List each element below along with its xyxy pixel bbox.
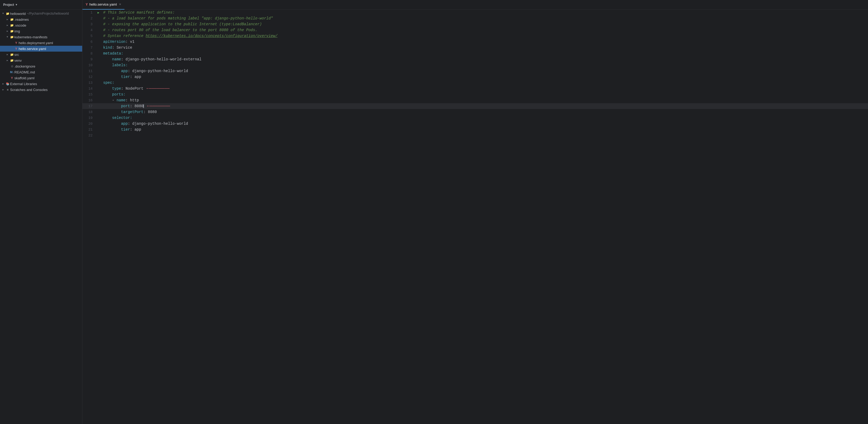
code-line-12: 12 tier: app bbox=[83, 74, 868, 80]
code-text: name: django-python-hello-world-external bbox=[101, 56, 202, 62]
code-line-7: 7kind: Service bbox=[83, 45, 868, 51]
code-text: metadata: bbox=[101, 51, 123, 56]
line-number: 17 bbox=[83, 104, 96, 108]
arrow-annotation: ←———————— bbox=[147, 103, 170, 109]
line-number: 13 bbox=[83, 81, 96, 85]
folder-icon: 📁 bbox=[9, 18, 14, 21]
arrow-icon: ► bbox=[2, 11, 4, 16]
yaml-icon: Y bbox=[14, 47, 19, 50]
code-text: - name: http bbox=[101, 97, 139, 103]
folder-icon: 📁 bbox=[9, 35, 14, 39]
yaml-icon: Y bbox=[14, 41, 19, 44]
code-line-3: 3# - exposing the application to the pub… bbox=[83, 21, 868, 27]
code-line-21: 21 tier: app bbox=[83, 127, 868, 132]
sidebar-item-readme[interactable]: M↓README.md bbox=[0, 69, 82, 75]
line-number: 10 bbox=[83, 63, 96, 67]
code-line-19: 19 selector: bbox=[83, 115, 868, 121]
line-number: 8 bbox=[83, 52, 96, 56]
item-label: helloworld bbox=[10, 12, 26, 16]
code-text: type: NodePort←———————— bbox=[101, 86, 170, 91]
code-line-10: 10 labels: bbox=[83, 62, 868, 68]
sidebar-item-hello-deployment[interactable]: Yhello.deployment.yaml bbox=[0, 40, 82, 46]
active-tab[interactable]: Y hello.service.yaml ✕ bbox=[83, 0, 124, 9]
sidebar-item-readmes[interactable]: ►📁.readmes bbox=[0, 17, 82, 22]
item-label: kubernetes-manifests bbox=[14, 35, 47, 39]
code-text: app: django-python-hello-world bbox=[101, 121, 188, 127]
line-number: 5 bbox=[83, 34, 96, 38]
code-line-15: 15 ports: bbox=[83, 91, 868, 97]
item-label: hello.service.yaml bbox=[19, 47, 46, 51]
code-text: # - routes port 80 of the load balancer … bbox=[101, 27, 257, 33]
code-line-14: 14 type: NodePort←———————— bbox=[83, 86, 868, 91]
line-number: 11 bbox=[83, 69, 96, 73]
code-text: # - exposing the application to the publ… bbox=[101, 21, 262, 27]
yaml-icon: Y bbox=[9, 77, 14, 80]
sidebar-item-dockerignore[interactable]: ⊘.dockerignore bbox=[0, 63, 82, 69]
code-line-9: 9 name: django-python-hello-world-extern… bbox=[83, 56, 868, 62]
line-number: 15 bbox=[83, 93, 96, 96]
sidebar-item-helloworld[interactable]: ►📁helloworld~/PycharmProjects/helloworld bbox=[0, 11, 82, 17]
line-number: 9 bbox=[83, 57, 96, 61]
app-container: Project ▾ ►📁helloworld~/PycharmProjects/… bbox=[0, 0, 868, 424]
sidebar-item-hello-service[interactable]: Yhello.service.yaml bbox=[0, 46, 82, 52]
tab-close-button[interactable]: ✕ bbox=[119, 3, 121, 6]
line-number: 14 bbox=[83, 87, 96, 91]
code-text: apiVersion: v1 bbox=[101, 39, 134, 45]
code-text: # - a load balancer for pods matching la… bbox=[101, 16, 273, 21]
arrow-icon: ► bbox=[5, 53, 9, 56]
chevron-down-icon: ▾ bbox=[16, 3, 17, 6]
item-label: README.md bbox=[14, 70, 35, 74]
dockerignore-icon: ⊘ bbox=[9, 65, 14, 68]
folder-icon: 📁 bbox=[9, 24, 14, 27]
sidebar-item-external-libraries[interactable]: ►📚External Libraries bbox=[0, 81, 82, 87]
arrow-icon: ► bbox=[5, 30, 9, 32]
code-text: ports: bbox=[101, 91, 126, 97]
main-area: Project ▾ ►📁helloworld~/PycharmProjects/… bbox=[0, 0, 868, 424]
scratches-icon: ≡ bbox=[5, 88, 10, 91]
item-label: Scratches and Consoles bbox=[10, 88, 48, 92]
sidebar-item-img[interactable]: ►📁img bbox=[0, 28, 82, 34]
line-number: 22 bbox=[83, 133, 96, 138]
code-line-13: 13spec: bbox=[83, 80, 868, 86]
item-label: skaffold.yaml bbox=[14, 76, 35, 80]
markdown-icon: M↓ bbox=[9, 70, 14, 74]
sidebar-item-src[interactable]: ►📁src bbox=[0, 52, 82, 57]
arrow-icon: ► bbox=[5, 24, 9, 27]
code-line-18: 18 targetPort: 8080 bbox=[83, 109, 868, 115]
code-line-22: 22 bbox=[83, 132, 868, 138]
library-icon: 📚 bbox=[5, 82, 10, 86]
code-line-2: 2# - a load balancer for pods matching l… bbox=[83, 16, 868, 21]
sidebar-item-skaffold[interactable]: Yskaffold.yaml bbox=[0, 75, 82, 81]
arrow-icon: ► bbox=[6, 35, 9, 39]
item-label: .dockerignore bbox=[14, 64, 35, 68]
code-text: kind: Service bbox=[101, 45, 132, 51]
sidebar-tree[interactable]: ►📁helloworld~/PycharmProjects/helloworld… bbox=[0, 9, 82, 424]
line-number: 19 bbox=[83, 116, 96, 120]
sidebar: Project ▾ ►📁helloworld~/PycharmProjects/… bbox=[0, 0, 83, 424]
sidebar-item-scratches[interactable]: ►≡Scratches and Consoles bbox=[0, 87, 82, 93]
arrow-icon: ► bbox=[1, 83, 5, 85]
sidebar-item-venv[interactable]: ►📁venv bbox=[0, 57, 82, 63]
line-number: 20 bbox=[83, 122, 96, 126]
arrow-icon: ► bbox=[1, 88, 5, 91]
item-label: src bbox=[14, 53, 19, 57]
editor-area: Y hello.service.yaml ✕ 1▶# This Service … bbox=[83, 0, 868, 424]
code-text bbox=[101, 132, 105, 138]
line-number: 2 bbox=[83, 17, 96, 21]
code-text: # Syntax reference https://kubernetes.io… bbox=[101, 33, 277, 39]
item-label: .vscode bbox=[14, 23, 26, 27]
sidebar-header[interactable]: Project ▾ bbox=[0, 0, 82, 9]
code-text: targetPort: 8080 bbox=[101, 109, 157, 115]
line-number: 12 bbox=[83, 75, 96, 79]
line-number: 21 bbox=[83, 128, 96, 132]
line-number: 1 bbox=[83, 11, 96, 14]
sidebar-item-kubernetes-manifests[interactable]: ►📁kubernetes-manifests bbox=[0, 34, 82, 40]
text-cursor bbox=[143, 104, 144, 108]
code-editor[interactable]: 1▶# This Service manifest defines:2# - a… bbox=[83, 9, 868, 424]
code-line-1: 1▶# This Service manifest defines: bbox=[83, 9, 868, 16]
item-path: ~/PycharmProjects/helloworld bbox=[27, 12, 69, 16]
code-line-11: 11 app: django-python-hello-world bbox=[83, 68, 868, 74]
line-number: 7 bbox=[83, 46, 96, 50]
arrow-icon: ► bbox=[5, 59, 9, 62]
sidebar-item-vscode[interactable]: ►📁.vscode bbox=[0, 22, 82, 28]
